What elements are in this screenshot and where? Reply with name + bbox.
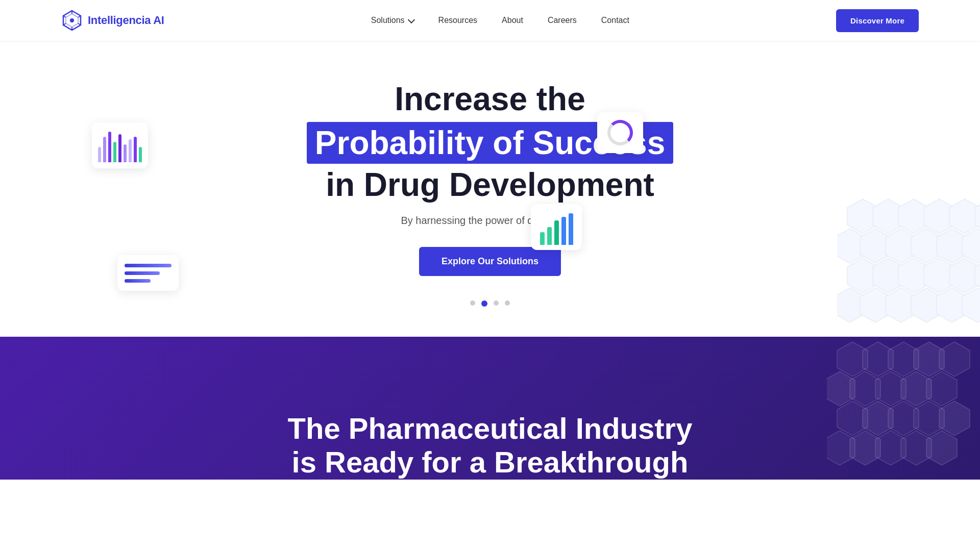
floating-donut-chart <box>597 112 643 153</box>
explore-solutions-button[interactable]: Explore Our Solutions <box>419 247 561 276</box>
svg-marker-52 <box>926 431 957 465</box>
bottom-text: The Pharmaceutical Industry is Ready for… <box>288 412 693 480</box>
nav-links: Solutions Resources About Careers Contac… <box>371 16 629 25</box>
chevron-down-icon <box>408 16 415 23</box>
nav-item-careers[interactable]: Careers <box>548 16 577 25</box>
nav-item-solutions[interactable]: Solutions <box>371 16 414 25</box>
nav-link-solutions[interactable]: Solutions <box>371 16 414 25</box>
carousel-dot-4[interactable] <box>505 300 510 306</box>
nav-link-contact[interactable]: Contact <box>601 16 629 25</box>
carousel-dot-2[interactable] <box>481 300 487 307</box>
bottom-title-line1: The Pharmaceutical Industry <box>288 412 693 446</box>
nav-item-resources[interactable]: Resources <box>438 16 477 25</box>
discover-more-button[interactable]: Discover More <box>836 9 919 32</box>
carousel-dots <box>307 300 673 307</box>
svg-marker-42 <box>926 371 957 406</box>
nav-item-contact[interactable]: Contact <box>601 16 629 25</box>
donut-ring-icon <box>607 120 633 145</box>
hero-title-line3: in Drug Development <box>307 167 673 203</box>
carousel-dot-1[interactable] <box>470 300 475 306</box>
nav-link-resources[interactable]: Resources <box>438 16 477 25</box>
bottom-title-line2: is Ready for a Breakthrough <box>288 445 693 480</box>
hero-title-line1: Increase the <box>307 81 673 117</box>
nav-item-about[interactable]: About <box>502 16 523 25</box>
svg-marker-37 <box>939 342 970 377</box>
svg-point-2 <box>70 18 74 22</box>
nav-link-about[interactable]: About <box>502 16 523 25</box>
floating-lines-card <box>117 255 179 291</box>
hero-section: Increase the Probability of Success in D… <box>0 41 980 337</box>
navbar: Intelligencia AI Solutions Resources Abo… <box>0 0 980 41</box>
floating-bar-chart-right <box>531 204 582 250</box>
bottom-hexagon-pattern <box>827 337 980 480</box>
floating-bar-chart-left <box>92 122 148 168</box>
logo-text: Intelligencia AI <box>88 14 164 27</box>
logo-icon <box>61 10 83 31</box>
hexagon-pattern <box>837 194 980 337</box>
nav-link-careers[interactable]: Careers <box>548 16 577 25</box>
logo[interactable]: Intelligencia AI <box>61 10 164 31</box>
carousel-dot-3[interactable] <box>494 300 499 306</box>
svg-marker-47 <box>939 401 970 436</box>
hero-subtitle: By harnessing the power of data and AI <box>307 215 673 227</box>
bottom-section: The Pharmaceutical Industry is Ready for… <box>0 337 980 480</box>
